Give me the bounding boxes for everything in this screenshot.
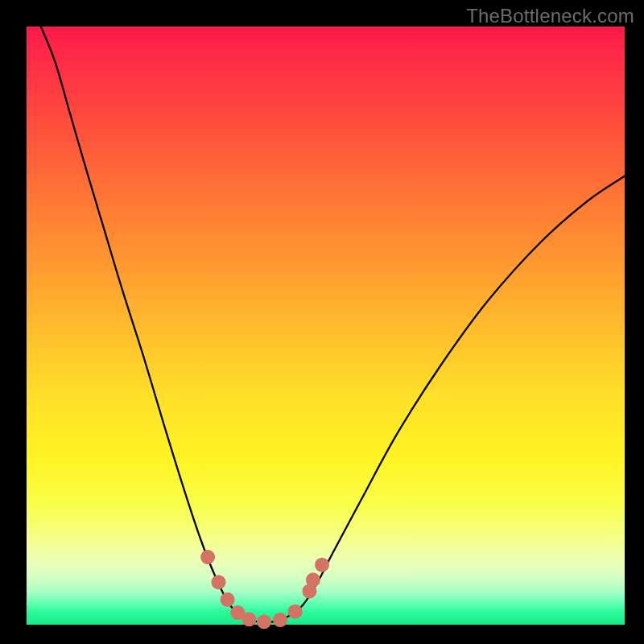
watermark-text: TheBottleneck.com	[466, 5, 634, 27]
curve-marker	[200, 550, 215, 564]
curve-marker	[273, 613, 287, 627]
curve-marker	[221, 592, 235, 607]
curve-marker	[212, 575, 226, 589]
bottleneck-curve	[41, 27, 625, 622]
curve-svg	[27, 27, 625, 625]
chart-frame: TheBottleneck.com	[0, 0, 644, 644]
curve-marker	[315, 558, 329, 572]
plot-area	[27, 27, 625, 625]
curve-markers	[200, 550, 329, 629]
curve-marker	[306, 572, 320, 587]
curve-marker	[288, 605, 303, 619]
curve-marker	[242, 612, 256, 626]
curve-marker	[257, 614, 271, 629]
